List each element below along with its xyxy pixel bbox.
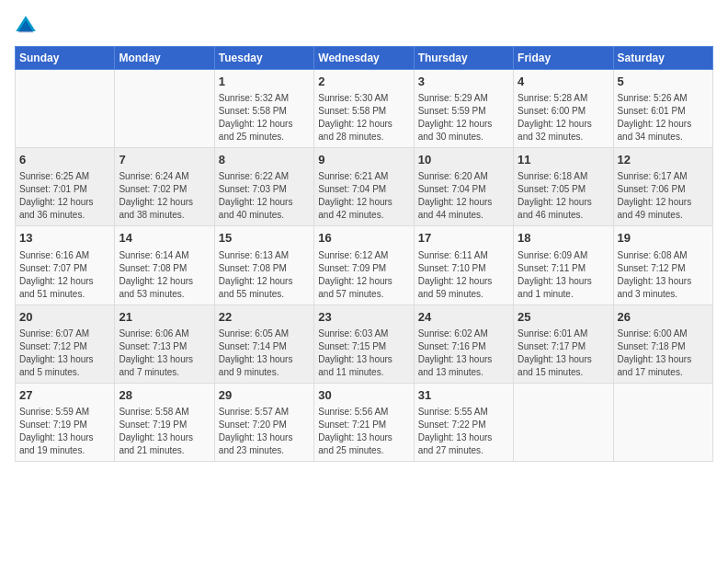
day-detail: Sunrise: 6:02 AM Sunset: 7:16 PM Dayligh… xyxy=(418,327,509,379)
calendar-week-2: 6Sunrise: 6:25 AM Sunset: 7:01 PM Daylig… xyxy=(16,148,713,226)
calendar-week-4: 20Sunrise: 6:07 AM Sunset: 7:12 PM Dayli… xyxy=(16,304,713,383)
day-detail: Sunrise: 5:28 AM Sunset: 6:00 PM Dayligh… xyxy=(518,92,609,144)
calendar-cell: 7Sunrise: 6:24 AM Sunset: 7:02 PM Daylig… xyxy=(115,148,214,226)
calendar-week-5: 27Sunrise: 5:59 AM Sunset: 7:19 PM Dayli… xyxy=(16,383,713,461)
day-detail: Sunrise: 6:14 AM Sunset: 7:08 PM Dayligh… xyxy=(119,249,210,301)
calendar-cell: 14Sunrise: 6:14 AM Sunset: 7:08 PM Dayli… xyxy=(115,226,214,304)
day-detail: Sunrise: 6:11 AM Sunset: 7:10 PM Dayligh… xyxy=(418,249,509,301)
calendar-cell: 23Sunrise: 6:03 AM Sunset: 7:15 PM Dayli… xyxy=(314,304,414,383)
day-number: 6 xyxy=(19,152,110,168)
day-detail: Sunrise: 6:05 AM Sunset: 7:14 PM Dayligh… xyxy=(219,327,310,379)
calendar-cell: 31Sunrise: 5:55 AM Sunset: 7:22 PM Dayli… xyxy=(414,383,513,461)
day-number: 19 xyxy=(618,230,709,247)
day-detail: Sunrise: 5:57 AM Sunset: 7:20 PM Dayligh… xyxy=(219,406,310,457)
day-number: 2 xyxy=(318,74,409,90)
page-header xyxy=(15,15,713,37)
calendar-cell xyxy=(613,383,712,461)
day-number: 17 xyxy=(418,230,509,247)
day-detail: Sunrise: 5:30 AM Sunset: 5:58 PM Dayligh… xyxy=(318,92,409,144)
day-number: 16 xyxy=(318,230,409,247)
day-header-friday: Friday xyxy=(514,47,613,70)
day-detail: Sunrise: 6:09 AM Sunset: 7:11 PM Dayligh… xyxy=(518,249,609,301)
calendar-cell: 21Sunrise: 6:06 AM Sunset: 7:13 PM Dayli… xyxy=(115,304,214,383)
day-number: 8 xyxy=(219,152,310,168)
calendar-cell: 1Sunrise: 5:32 AM Sunset: 5:58 PM Daylig… xyxy=(214,70,313,148)
calendar-cell: 6Sunrise: 6:25 AM Sunset: 7:01 PM Daylig… xyxy=(16,148,115,226)
calendar-cell: 29Sunrise: 5:57 AM Sunset: 7:20 PM Dayli… xyxy=(214,383,313,461)
day-detail: Sunrise: 6:08 AM Sunset: 7:12 PM Dayligh… xyxy=(618,249,709,301)
day-number: 11 xyxy=(518,152,609,168)
calendar-cell: 16Sunrise: 6:12 AM Sunset: 7:09 PM Dayli… xyxy=(314,226,414,304)
calendar-cell: 8Sunrise: 6:22 AM Sunset: 7:03 PM Daylig… xyxy=(214,148,313,226)
day-number: 28 xyxy=(119,387,210,404)
day-number: 9 xyxy=(318,152,409,168)
day-detail: Sunrise: 6:22 AM Sunset: 7:03 PM Dayligh… xyxy=(219,170,310,222)
day-number: 5 xyxy=(618,74,709,90)
calendar-cell: 18Sunrise: 6:09 AM Sunset: 7:11 PM Dayli… xyxy=(514,226,613,304)
day-detail: Sunrise: 6:12 AM Sunset: 7:09 PM Dayligh… xyxy=(318,249,409,301)
day-detail: Sunrise: 6:06 AM Sunset: 7:13 PM Dayligh… xyxy=(119,327,210,379)
day-number: 22 xyxy=(219,309,310,326)
day-number: 1 xyxy=(219,74,310,90)
day-detail: Sunrise: 6:24 AM Sunset: 7:02 PM Dayligh… xyxy=(119,170,210,222)
day-number: 3 xyxy=(418,74,509,90)
day-number: 23 xyxy=(318,309,409,326)
calendar-cell: 4Sunrise: 5:28 AM Sunset: 6:00 PM Daylig… xyxy=(514,70,613,148)
calendar-cell: 3Sunrise: 5:29 AM Sunset: 5:59 PM Daylig… xyxy=(414,70,513,148)
calendar-cell: 24Sunrise: 6:02 AM Sunset: 7:16 PM Dayli… xyxy=(414,304,513,383)
day-detail: Sunrise: 6:00 AM Sunset: 7:18 PM Dayligh… xyxy=(618,327,709,379)
day-number: 4 xyxy=(518,74,609,90)
day-detail: Sunrise: 6:16 AM Sunset: 7:07 PM Dayligh… xyxy=(19,249,110,301)
calendar-cell: 19Sunrise: 6:08 AM Sunset: 7:12 PM Dayli… xyxy=(613,226,712,304)
day-number: 14 xyxy=(119,230,210,247)
day-number: 10 xyxy=(418,152,509,168)
day-detail: Sunrise: 6:21 AM Sunset: 7:04 PM Dayligh… xyxy=(318,170,409,222)
day-number: 18 xyxy=(518,230,609,247)
day-detail: Sunrise: 6:13 AM Sunset: 7:08 PM Dayligh… xyxy=(219,249,310,301)
day-number: 27 xyxy=(19,387,110,404)
calendar-cell: 9Sunrise: 6:21 AM Sunset: 7:04 PM Daylig… xyxy=(314,148,414,226)
day-detail: Sunrise: 6:01 AM Sunset: 7:17 PM Dayligh… xyxy=(518,327,609,379)
calendar-cell: 26Sunrise: 6:00 AM Sunset: 7:18 PM Dayli… xyxy=(613,304,712,383)
calendar-cell: 11Sunrise: 6:18 AM Sunset: 7:05 PM Dayli… xyxy=(514,148,613,226)
day-detail: Sunrise: 6:20 AM Sunset: 7:04 PM Dayligh… xyxy=(418,170,509,222)
day-number: 21 xyxy=(119,309,210,326)
day-number: 26 xyxy=(618,309,709,326)
day-detail: Sunrise: 6:17 AM Sunset: 7:06 PM Dayligh… xyxy=(618,170,709,222)
calendar-table: SundayMondayTuesdayWednesdayThursdayFrid… xyxy=(15,46,713,462)
calendar-week-1: 1Sunrise: 5:32 AM Sunset: 5:58 PM Daylig… xyxy=(16,70,713,148)
day-header-sunday: Sunday xyxy=(16,47,115,70)
calendar-cell: 30Sunrise: 5:56 AM Sunset: 7:21 PM Dayli… xyxy=(314,383,414,461)
calendar-cell: 20Sunrise: 6:07 AM Sunset: 7:12 PM Dayli… xyxy=(16,304,115,383)
logo-icon xyxy=(15,15,37,37)
day-detail: Sunrise: 5:58 AM Sunset: 7:19 PM Dayligh… xyxy=(119,406,210,457)
day-number: 12 xyxy=(618,152,709,168)
calendar-cell: 5Sunrise: 5:26 AM Sunset: 6:01 PM Daylig… xyxy=(613,70,712,148)
day-detail: Sunrise: 6:03 AM Sunset: 7:15 PM Dayligh… xyxy=(318,327,409,379)
calendar-cell: 10Sunrise: 6:20 AM Sunset: 7:04 PM Dayli… xyxy=(414,148,513,226)
calendar-cell: 22Sunrise: 6:05 AM Sunset: 7:14 PM Dayli… xyxy=(214,304,313,383)
day-detail: Sunrise: 5:26 AM Sunset: 6:01 PM Dayligh… xyxy=(618,92,709,144)
day-detail: Sunrise: 5:56 AM Sunset: 7:21 PM Dayligh… xyxy=(318,406,409,457)
day-header-saturday: Saturday xyxy=(613,47,712,70)
day-detail: Sunrise: 6:07 AM Sunset: 7:12 PM Dayligh… xyxy=(19,327,110,379)
calendar-cell xyxy=(16,70,115,148)
day-number: 29 xyxy=(219,387,310,404)
day-number: 20 xyxy=(19,309,110,326)
calendar-cell xyxy=(514,383,613,461)
calendar-week-3: 13Sunrise: 6:16 AM Sunset: 7:07 PM Dayli… xyxy=(16,226,713,304)
day-detail: Sunrise: 5:59 AM Sunset: 7:19 PM Dayligh… xyxy=(19,406,110,457)
day-number: 24 xyxy=(418,309,509,326)
calendar-cell xyxy=(115,70,214,148)
calendar-cell: 13Sunrise: 6:16 AM Sunset: 7:07 PM Dayli… xyxy=(16,226,115,304)
calendar-cell: 12Sunrise: 6:17 AM Sunset: 7:06 PM Dayli… xyxy=(613,148,712,226)
day-detail: Sunrise: 6:18 AM Sunset: 7:05 PM Dayligh… xyxy=(518,170,609,222)
day-number: 30 xyxy=(318,387,409,404)
calendar-cell: 27Sunrise: 5:59 AM Sunset: 7:19 PM Dayli… xyxy=(16,383,115,461)
day-detail: Sunrise: 5:32 AM Sunset: 5:58 PM Dayligh… xyxy=(219,92,310,144)
day-number: 31 xyxy=(418,387,509,404)
day-number: 25 xyxy=(518,309,609,326)
calendar-cell: 17Sunrise: 6:11 AM Sunset: 7:10 PM Dayli… xyxy=(414,226,513,304)
day-header-thursday: Thursday xyxy=(414,47,513,70)
calendar-cell: 15Sunrise: 6:13 AM Sunset: 7:08 PM Dayli… xyxy=(214,226,313,304)
